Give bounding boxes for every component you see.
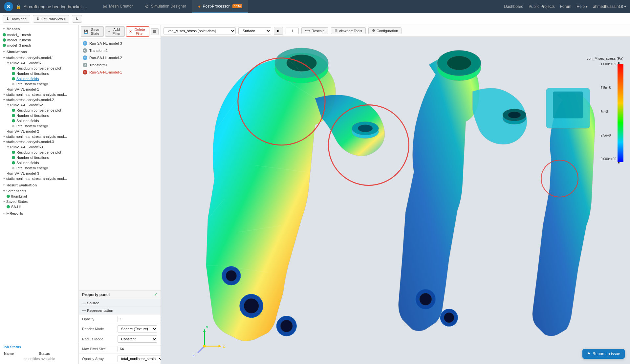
tree-run-sa-hl-2[interactable]: ▼ Run-SA-HL-model-2 xyxy=(0,102,78,108)
tree-solution-fields-2[interactable]: Solution fields xyxy=(0,118,78,123)
viewport-tools-button[interactable]: ⊞ Viewport Tools xyxy=(331,27,366,34)
tree-model-2-mesh[interactable]: model_2 mesh xyxy=(0,37,78,43)
tree-residuum-2[interactable]: Residuum convergence plot xyxy=(0,108,78,113)
field-select[interactable]: von_Mises_stress [point-data] total_nonl… xyxy=(163,27,236,34)
tree-run-sa-vl-3[interactable]: Run-SA-VL-model-3 xyxy=(0,171,78,176)
tree-model-1-mesh[interactable]: model_1 mesh xyxy=(0,32,78,37)
post-icon: ● xyxy=(198,4,201,9)
opacity-label: Opacity xyxy=(82,317,115,321)
tree-label-link[interactable]: Solution fields xyxy=(16,77,39,81)
tree-run-sa-vl-1[interactable]: Run-SA-VL-model-1 xyxy=(0,87,78,92)
tree-static-nonlinear-1[interactable]: ▼ static-nonlinear-stress-analysis-mod..… xyxy=(0,92,78,97)
tree-run-sa-hl-1[interactable]: ▼ Run-SA-HL-model-1 xyxy=(0,60,78,66)
reports-header[interactable]: ▶ Reports xyxy=(0,209,78,217)
frame-input[interactable] xyxy=(286,28,299,34)
tree-run-sa-vl-2[interactable]: Run-SA-VL-model-2 xyxy=(0,129,78,134)
source-section-header[interactable]: — Source xyxy=(79,299,161,307)
tree-saved-states[interactable]: ▼ Saved States xyxy=(0,199,78,204)
get-paraview-button[interactable]: ⬇ Get ParaView® xyxy=(33,15,69,23)
tab-mesh-creator[interactable]: ⊞ Mesh Creator xyxy=(97,0,139,13)
render-mode-select[interactable]: Sphere (Texture) Points Sphere xyxy=(118,325,157,332)
opacity-array-select[interactable]: total_nonlinear_strain von_Mises_stress xyxy=(118,355,161,362)
property-panel-header[interactable]: Property panel ✓ xyxy=(79,290,161,299)
tree-static-3[interactable]: ▼ static-stress-analysis-model-3 xyxy=(0,139,78,144)
result-eval-header[interactable]: Result Evaluation xyxy=(0,181,78,188)
tree-static-2[interactable]: ▼ static-stress-analysis-model-2 xyxy=(0,97,78,102)
nav-public-projects-link[interactable]: Public Projects xyxy=(529,4,554,9)
tree-static-1[interactable]: ▼ static-stress-analysis-model-1 xyxy=(0,55,78,60)
simulations-section-header[interactable]: Simulations xyxy=(0,48,78,55)
plus-icon: + xyxy=(108,30,110,33)
pipeline-extra-button[interactable]: ☰ xyxy=(151,28,159,35)
check-icon: ✓ xyxy=(154,292,157,297)
col-name-header: Name xyxy=(3,351,37,356)
tree-thumbnail[interactable]: thumbnail xyxy=(0,194,78,199)
representation-section-header[interactable]: — Representation xyxy=(79,307,161,314)
tree-screenshots[interactable]: ▼ Screenshots xyxy=(0,188,78,194)
pipeline-item-transform2[interactable]: ⚙ Transform2 xyxy=(79,47,161,54)
tree-solution-fields-3[interactable]: Solution fields xyxy=(0,160,78,165)
tree-label: static-stress-analysis-model-1 xyxy=(6,56,54,60)
max-pixel-row: Max Pixel Size xyxy=(79,344,161,354)
nav-forum-link[interactable]: Forum xyxy=(560,4,572,9)
simulations-label: Simulations xyxy=(7,50,27,54)
pipeline-item-transform1[interactable]: ⚙ Transform1 xyxy=(79,61,161,69)
tree-iterations-3[interactable]: Number of iterations xyxy=(0,155,78,160)
play-button[interactable]: ▶ xyxy=(274,27,283,35)
meshes-section-header[interactable]: Meshes xyxy=(0,25,78,32)
legend-25-label: 2.5e+8 xyxy=(600,134,616,137)
viewport-toolbar: von_Mises_stress [point-data] total_nonl… xyxy=(161,25,630,37)
delete-icon: ✕ xyxy=(129,30,132,34)
tree-residuum-3[interactable]: Residuum convergence plot xyxy=(0,150,78,155)
report-issue-button[interactable]: ⚑ Report an issue xyxy=(582,349,625,359)
max-pixel-input[interactable] xyxy=(118,346,161,352)
tree-run-sa-hl-3[interactable]: ▼ Run-SA-HL-model-3 xyxy=(0,144,78,150)
refresh-button[interactable]: ↻ xyxy=(72,15,82,23)
nav-right-links: Dashboard Public Projects Forum Help ▾ a… xyxy=(504,4,626,9)
radius-mode-select[interactable]: Constant Variable xyxy=(118,335,157,343)
representation-select[interactable]: Surface Wireframe Points xyxy=(238,27,271,34)
configuration-button[interactable]: ⚙ Configuration xyxy=(368,27,402,34)
nav-dashboard-link[interactable]: Dashboard xyxy=(504,4,523,9)
viewport[interactable]: von_Mises_stress [point-data] total_nonl… xyxy=(161,25,630,364)
tree-model-3-mesh[interactable]: model_3 mesh xyxy=(0,43,78,48)
opacity-input[interactable] xyxy=(118,316,161,322)
job-status-table: Name Status no entities available xyxy=(3,351,76,361)
tree-system-energy-2[interactable]: ⊕ Total system energy xyxy=(0,123,78,129)
pipeline-item-run-sa-hl-1[interactable]: 👁 Run-SA-HL-model-1 xyxy=(79,69,161,76)
tab-post-processor[interactable]: ● Post-Processor BETA xyxy=(192,0,248,13)
tree-static-nonlinear-2[interactable]: ▼ static-nonlinear-stress-analysis-mod..… xyxy=(0,134,78,139)
pipeline-item-run-sa-hl-3[interactable]: 👁 Run-SA-HL-model-3 xyxy=(79,40,161,47)
tree-system-energy-1[interactable]: ⊕ Total system energy xyxy=(0,81,78,87)
tree-label: Run-SA-HL-model-3 xyxy=(10,145,43,149)
tab-simulation-designer[interactable]: ⚙ Simulation Designer xyxy=(139,0,192,13)
no-entities-msg: no entities available xyxy=(3,356,76,361)
tree-sa-hl[interactable]: SA-HL xyxy=(0,204,78,209)
reports-label: Reports xyxy=(10,211,23,215)
nav-help-link[interactable]: Help ▾ xyxy=(576,4,588,9)
user-menu[interactable]: ahmedhussain18 ▾ xyxy=(593,4,626,9)
tree-system-energy-3[interactable]: ⊕ Total system energy xyxy=(0,165,78,171)
add-filter-button[interactable]: + Add Filter xyxy=(105,26,125,37)
result-eval-label: Result Evaluation xyxy=(7,183,37,187)
tree-label: Run-SA-HL-model-2 xyxy=(10,103,43,107)
delete-filter-button[interactable]: ✕ Delete Filter xyxy=(126,26,149,37)
save-state-button[interactable]: 💾 Save State xyxy=(81,26,104,37)
tree-residuum-1[interactable]: Residuum convergence plot xyxy=(0,66,78,71)
status-dot-green xyxy=(7,195,10,198)
tree-label: Screenshots xyxy=(6,189,26,193)
pipeline-item-run-sa-hl-2[interactable]: 👁 Run-SA-HL-model-2 xyxy=(79,54,161,61)
legend-title: von_Mises_stress (Pa) xyxy=(587,56,623,60)
scene-container[interactable]: x y z von_Mises_stress (Pa) 1.000e+09 7.… xyxy=(161,37,630,364)
svg-text:z: z xyxy=(193,353,195,357)
status-dot-green xyxy=(12,72,15,75)
eye-icon: 👁 xyxy=(83,41,87,46)
tree-iterations-1[interactable]: Number of iterations xyxy=(0,71,78,76)
tree-static-nonlinear-3[interactable]: ▼ static-nonlinear-stress-analysis-mod..… xyxy=(0,176,78,181)
download-button[interactable]: ⬇ Download xyxy=(3,15,30,23)
rescale-button[interactable]: ⟺ Rescale xyxy=(301,27,328,34)
plus-icon: ⊕ xyxy=(12,82,14,86)
tree-iterations-2[interactable]: Number of iterations xyxy=(0,113,78,118)
tree-solution-fields-1[interactable]: Solution fields xyxy=(0,76,78,81)
arrow-icon: ▼ xyxy=(3,56,6,59)
